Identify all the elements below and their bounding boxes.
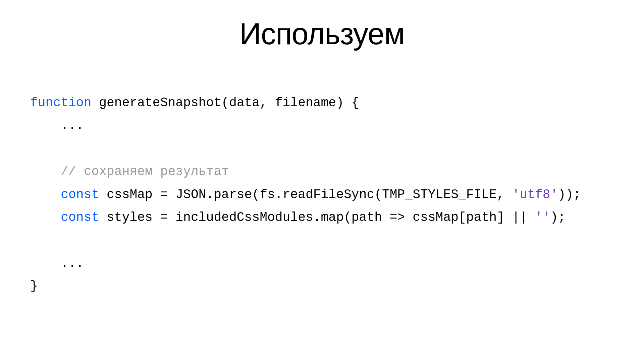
code-line-5: const cssMap = JSON.parse(fs.readFileSyn… [30,187,581,202]
indent [30,210,61,225]
keyword-const: const [61,210,99,225]
string-literal: 'utf8' [512,187,558,202]
comment: // сохраняем результат [61,164,229,179]
indent [30,164,61,179]
code-line-6: const styles = includedCssModules.map(pa… [30,210,566,225]
slide-container: Используем function generateSnapshot(dat… [0,0,644,362]
code-block: function generateSnapshot(data, filename… [30,92,614,298]
string-literal: '' [535,210,550,225]
slide-title: Используем [30,17,614,51]
keyword-function: function [30,96,91,110]
keyword-const: const [61,187,99,202]
code-line-2: ... [30,118,84,133]
code-text: ); [550,210,566,225]
code-line-4: // сохраняем результат [30,164,229,179]
code-line-8: ... [30,256,84,270]
code-line-1: function generateSnapshot(data, filename… [30,96,359,110]
code-text: styles = includedCssModules.map(path => … [99,210,535,225]
code-text: )); [558,187,581,202]
indent [30,187,61,202]
code-text: cssMap = JSON.parse(fs.readFileSync(TMP_… [99,187,512,202]
code-text: generateSnapshot(data, filename) { [91,96,359,110]
code-line-9: } [30,279,38,293]
